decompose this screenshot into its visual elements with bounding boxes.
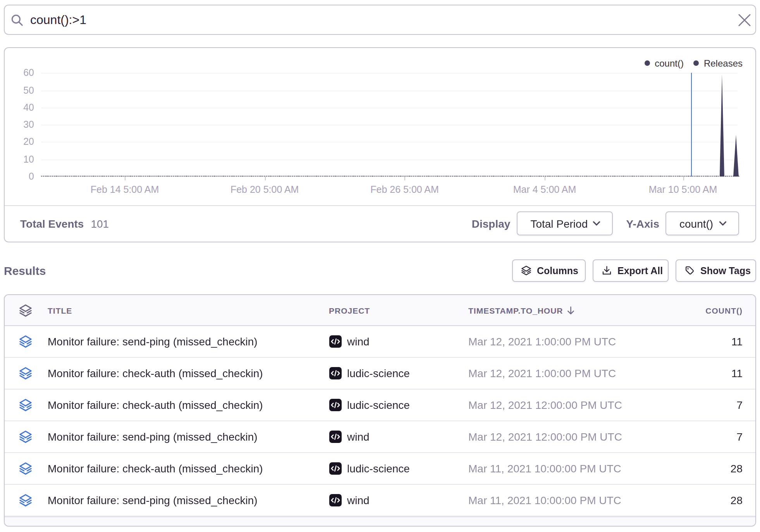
stack-icon[interactable] [5,399,40,411]
project-name: wind [347,494,370,506]
chart-footer: Total Events 101 Display Total Period Y-… [5,205,755,241]
show-tags-button[interactable]: Show Tags [676,259,756,282]
project-cell[interactable]: ludic-science [322,462,461,475]
event-title[interactable]: Monitor failure: check-auth (missed_chec… [40,399,322,411]
results-table: TITLE PROJECT TIMESTAMP.TO_HOUR COUNT() … [4,294,756,527]
event-count[interactable]: 11 [655,367,755,379]
legend-dot-icon [644,60,650,66]
legend-item[interactable]: count() [644,58,684,69]
event-timestamp[interactable]: Mar 12, 2021 12:00:00 PM UTC [461,431,655,443]
search-icon [11,14,23,26]
y-axis-tick-label: 20 [5,137,34,148]
table-row[interactable]: Monitor failure: send-ping (missed_check… [5,326,755,358]
chart-legend: count()Releases [644,58,743,69]
stack-icon[interactable] [5,335,40,348]
code-platform-icon [329,399,341,411]
x-axis-tick-label: Feb 26 5:00 AM [370,184,439,195]
release-marker-line[interactable] [691,73,691,177]
column-header-title[interactable]: TITLE [40,305,322,315]
column-header-timestamp[interactable]: TIMESTAMP.TO_HOUR [461,305,655,315]
event-count[interactable]: 7 [655,399,755,411]
results-header: Results Columns Export All Show Tags [4,259,756,282]
project-cell[interactable]: wind [322,335,461,348]
chevron-down-icon [718,219,727,228]
x-axis-tick-label: Feb 14 5:00 AM [91,184,159,195]
project-name: wind [347,431,370,443]
table-header: TITLE PROJECT TIMESTAMP.TO_HOUR COUNT() [5,295,755,326]
display-select[interactable]: Total Period [516,212,612,235]
code-platform-icon [329,494,341,506]
event-timestamp[interactable]: Mar 12, 2021 12:00:00 PM UTC [461,399,655,411]
display-label: Display [472,217,511,230]
x-axis-tick-label: Mar 10 5:00 AM [649,184,717,195]
stack-icon[interactable] [5,462,40,475]
legend-dot-icon [693,60,699,66]
code-platform-icon [329,367,341,379]
close-icon[interactable] [738,14,751,26]
search-input[interactable] [30,13,738,27]
total-events-label: Total Events [20,217,84,230]
columns-button[interactable]: Columns [512,259,586,282]
event-title[interactable]: Monitor failure: check-auth (missed_chec… [40,367,322,379]
download-icon [602,266,612,276]
legend-item[interactable]: Releases [693,58,743,69]
x-axis-tick [405,177,406,180]
project-cell[interactable]: ludic-science [322,367,461,379]
event-timestamp[interactable]: Mar 11, 2021 10:00:00 PM UTC [461,494,655,506]
show-tags-button-label: Show Tags [700,265,751,276]
tag-icon [685,266,695,276]
stack-icon[interactable] [5,304,40,316]
count-series [41,73,739,177]
event-count[interactable]: 11 [655,335,755,348]
table-row[interactable]: Monitor failure: check-auth (missed_chec… [5,390,755,421]
table-row[interactable]: Monitor failure: send-ping (missed_check… [5,421,755,453]
event-timestamp[interactable]: Mar 12, 2021 1:00:00 PM UTC [461,335,655,348]
x-axis-tick [265,177,265,180]
column-header-project[interactable]: PROJECT [322,305,461,315]
yaxis-value: count() [679,217,713,230]
yaxis-select[interactable]: count() [665,212,739,235]
event-count[interactable]: 7 [655,431,755,443]
project-cell[interactable]: ludic-science [322,399,461,411]
legend-label: count() [655,58,684,69]
x-axis-tick [545,177,545,180]
export-all-button[interactable]: Export All [593,259,669,282]
code-platform-icon [329,431,341,443]
stack-icon[interactable] [5,431,40,443]
sort-desc-icon [566,306,575,315]
project-cell[interactable]: wind [322,494,461,506]
project-name: wind [347,335,370,348]
project-name: ludic-science [347,367,410,379]
y-axis-tick-label: 0 [5,171,34,182]
table-row[interactable]: Monitor failure: send-ping (missed_check… [5,485,755,517]
project-cell[interactable]: wind [322,431,461,443]
event-timestamp[interactable]: Mar 11, 2021 10:00:00 PM UTC [461,462,655,475]
event-title[interactable]: Monitor failure: send-ping (missed_check… [40,494,322,506]
events-chart: count()Releases 6050403020100 Feb 14 5:0… [5,48,755,206]
yaxis-label: Y-Axis [626,217,659,230]
event-timestamp[interactable]: Mar 12, 2021 1:00:00 PM UTC [461,367,655,379]
table-row[interactable]: Monitor failure: check-auth (missed_chec… [5,453,755,485]
event-count[interactable]: 28 [655,494,755,506]
search-bar[interactable] [4,5,756,35]
x-axis-tick [683,177,684,180]
export-all-button-label: Export All [617,265,663,276]
discover-page: count()Releases 6050403020100 Feb 14 5:0… [0,0,760,532]
column-header-count[interactable]: COUNT() [655,305,755,315]
chart-plot [41,73,739,177]
count-spike [720,75,724,177]
event-title[interactable]: Monitor failure: send-ping (missed_check… [40,335,322,348]
event-count[interactable]: 28 [655,462,755,475]
x-axis-tick [125,177,126,180]
stack-icon [521,266,531,276]
event-title[interactable]: Monitor failure: send-ping (missed_check… [40,431,322,443]
events-chart-card: count()Releases 6050403020100 Feb 14 5:0… [4,47,756,242]
stack-icon[interactable] [5,494,40,506]
event-title[interactable]: Monitor failure: check-auth (missed_chec… [40,462,322,475]
legend-label: Releases [704,58,743,69]
columns-button-label: Columns [537,265,578,276]
stack-icon[interactable] [5,367,40,379]
count-spike [733,135,739,177]
table-row[interactable]: Monitor failure: check-auth (missed_chec… [5,358,755,390]
y-axis-tick-label: 60 [5,68,34,79]
